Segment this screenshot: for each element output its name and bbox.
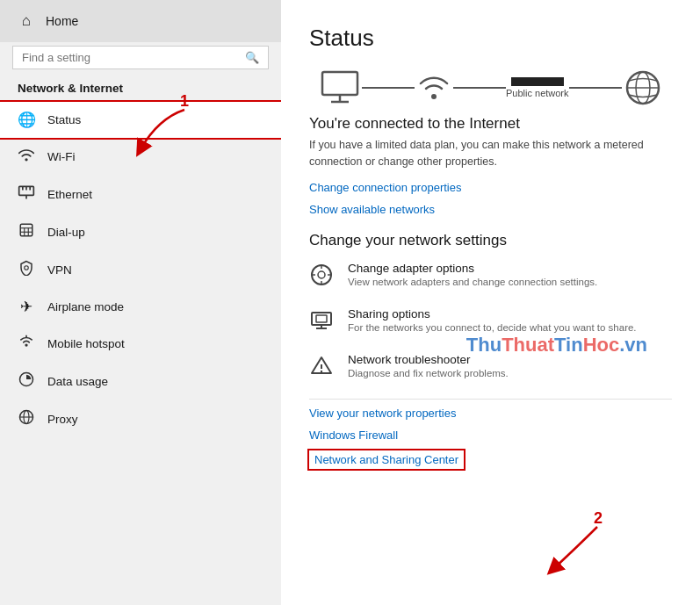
sidebar-item-datausage[interactable]: Data usage xyxy=(0,363,281,400)
net-line-3 xyxy=(453,87,480,89)
view-properties-link[interactable]: View your network properties xyxy=(309,407,672,420)
svg-point-25 xyxy=(318,271,325,278)
sidebar: ⌂ Home 🔍 Network & Internet 🌐 Status Wi-… xyxy=(0,0,281,605)
net-line-5 xyxy=(569,87,595,89)
net-line-4 xyxy=(480,87,506,89)
sidebar-item-ethernet[interactable]: Ethernet xyxy=(0,176,281,213)
sidebar-item-status[interactable]: 🌐 Status xyxy=(0,102,281,138)
connected-title: You're connected to the Internet xyxy=(309,115,672,133)
troubleshooter-icon xyxy=(309,355,334,383)
connected-desc: If you have a limited data plan, you can… xyxy=(309,137,660,170)
network-diagram: Public network xyxy=(309,69,672,106)
wifi-icon xyxy=(18,147,35,167)
sidebar-item-airplane[interactable]: ✈ Airplane mode xyxy=(0,289,281,325)
sidebar-label-datausage: Data usage xyxy=(47,375,108,388)
adapter-text: Change adapter options View network adap… xyxy=(348,262,597,287)
divider xyxy=(309,399,672,400)
troubleshooter-text: Network troubleshooter Diagnose and fix … xyxy=(348,353,509,378)
sidebar-section-title: Network & Internet xyxy=(0,78,281,102)
sidebar-item-proxy[interactable]: Proxy xyxy=(0,400,281,438)
svg-point-10 xyxy=(25,266,29,270)
hotspot-icon xyxy=(18,334,35,354)
datausage-icon xyxy=(18,371,35,392)
show-networks-link[interactable]: Show available networks xyxy=(309,203,672,216)
sidebar-item-wifi[interactable]: Wi-Fi xyxy=(0,138,281,176)
sharing-options-item[interactable]: Sharing options For the networks you con… xyxy=(309,307,672,337)
public-network-label-container: Public network xyxy=(506,77,569,98)
network-settings-title: Change your network settings xyxy=(309,232,672,249)
sidebar-item-hotspot[interactable]: Mobile hotspot xyxy=(0,325,281,363)
vpn-icon xyxy=(18,260,35,280)
link-section: View your network properties Windows Fir… xyxy=(309,407,672,478)
sidebar-label-ethernet: Ethernet xyxy=(47,188,92,201)
adapter-title: Change adapter options xyxy=(348,262,597,275)
change-connection-link[interactable]: Change connection properties xyxy=(309,181,672,194)
computer-icon xyxy=(318,69,362,106)
windows-firewall-link[interactable]: Windows Firewall xyxy=(309,429,672,442)
airplane-icon: ✈ xyxy=(18,298,35,316)
net-line-2 xyxy=(388,87,415,89)
troubleshooter-title: Network troubleshooter xyxy=(348,353,509,366)
search-input[interactable] xyxy=(22,51,240,64)
sidebar-item-dialup[interactable]: Dial-up xyxy=(0,213,281,251)
svg-point-35 xyxy=(321,370,322,371)
sidebar-label-wifi: Wi-Fi xyxy=(47,150,75,163)
sidebar-label-dialup: Dial-up xyxy=(47,226,85,239)
sidebar-item-vpn[interactable]: VPN xyxy=(0,251,281,289)
troubleshooter-item[interactable]: Network troubleshooter Diagnose and fix … xyxy=(309,353,672,383)
svg-rect-17 xyxy=(322,72,357,95)
sharing-text: Sharing options For the networks you con… xyxy=(348,307,637,333)
sidebar-label-vpn: VPN xyxy=(47,263,72,277)
search-icon: 🔍 xyxy=(245,51,259,64)
network-center-icon xyxy=(415,72,453,104)
globe-icon xyxy=(622,69,664,106)
svg-point-11 xyxy=(25,343,27,346)
troubleshooter-desc: Diagnose and fix network problems. xyxy=(348,368,509,378)
adapter-options-item[interactable]: Change adapter options View network adap… xyxy=(309,262,672,292)
net-line-1 xyxy=(362,87,388,89)
adapter-desc: View network adapters and change connect… xyxy=(348,277,597,287)
sidebar-label-hotspot: Mobile hotspot xyxy=(47,337,125,350)
ethernet-icon xyxy=(18,184,35,205)
sidebar-label-proxy: Proxy xyxy=(47,413,78,426)
sidebar-home-button[interactable]: ⌂ Home xyxy=(0,0,281,42)
dialup-icon xyxy=(18,222,35,242)
svg-point-20 xyxy=(431,94,437,99)
page-title: Status xyxy=(309,25,672,52)
adapter-icon xyxy=(309,263,334,292)
home-icon: ⌂ xyxy=(18,12,35,30)
sidebar-label-airplane: Airplane mode xyxy=(47,300,124,313)
proxy-icon xyxy=(18,409,35,429)
sidebar-label-status: Status xyxy=(47,113,81,126)
public-network-bar xyxy=(511,77,564,86)
sidebar-home-label: Home xyxy=(46,14,78,28)
status-icon: 🌐 xyxy=(18,111,35,129)
svg-rect-31 xyxy=(316,315,327,322)
svg-rect-5 xyxy=(20,224,32,236)
svg-rect-30 xyxy=(312,313,331,325)
main-content: Status Pub xyxy=(281,0,700,605)
search-box[interactable]: 🔍 xyxy=(12,46,269,69)
net-line-6 xyxy=(595,87,622,89)
sharing-icon xyxy=(309,309,334,337)
sharing-title: Sharing options xyxy=(348,307,637,321)
sharing-desc: For the networks you connect to, decide … xyxy=(348,322,637,333)
network-sharing-center-link[interactable]: Network and Sharing Center xyxy=(309,450,464,469)
public-network-label: Public network xyxy=(506,88,569,98)
